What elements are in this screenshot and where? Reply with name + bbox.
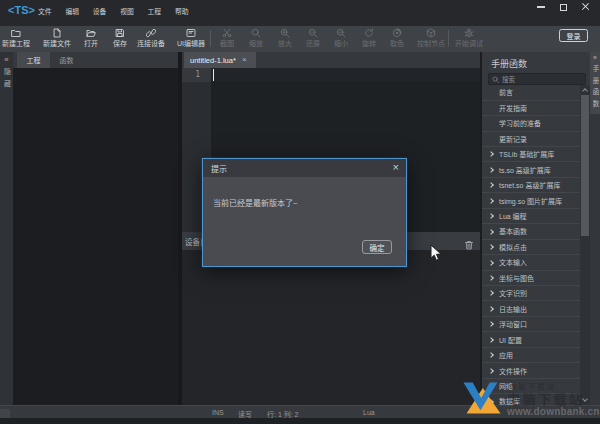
open-icon bbox=[86, 28, 96, 38]
dialog-titlebar[interactable]: 提示 × bbox=[203, 159, 406, 177]
manual-list-item[interactable]: 基本函数 bbox=[482, 224, 580, 239]
new-project-icon bbox=[11, 28, 21, 38]
manual-list-item[interactable]: 应用 bbox=[482, 348, 580, 363]
toolbar-start-debug-button[interactable]: 开始调试 bbox=[446, 27, 492, 51]
manual-sidebar: 手册函数 搜索 前言 开发指南 学习前的准备 更新记录 TSLib 基础扩展库 … bbox=[480, 52, 590, 405]
toolbar-label: 控制节点 bbox=[417, 39, 445, 49]
menu-item[interactable]: 工程 bbox=[148, 6, 162, 16]
manual-item-label: 文件操作 bbox=[499, 366, 527, 376]
toolbar: 新建工程 新建文件 打开 保存 连接设备 UI编辑器 截图 缩放 放大 还原 缩… bbox=[0, 26, 600, 52]
manual-list-item[interactable]: 文件操作 bbox=[482, 363, 580, 378]
sidebar-title: 手册函数 bbox=[491, 57, 527, 70]
manual-list-item[interactable]: 浮动窗口 bbox=[482, 317, 580, 332]
manual-list-item[interactable]: 学习前的准备 bbox=[482, 116, 580, 131]
toolbar-label: 截图 bbox=[220, 39, 234, 49]
status-readwrite: 读写 bbox=[238, 409, 252, 419]
manual-list-item[interactable]: Lua 编程 bbox=[482, 209, 580, 224]
editor-tabbar: untitled-1.lua* × bbox=[182, 52, 480, 68]
search-input[interactable]: 搜索 bbox=[488, 73, 586, 85]
manual-list-item[interactable]: 文本输入 bbox=[482, 255, 580, 270]
menu-item[interactable]: 文件 bbox=[38, 6, 52, 16]
left-collapse-rail: « 隐藏 bbox=[0, 52, 13, 405]
tab-file-untitled[interactable]: untitled-1.lua* × bbox=[184, 52, 256, 68]
right-collapse-rail: » 手册函数 bbox=[590, 52, 600, 405]
chevron-right-icon bbox=[488, 352, 494, 358]
menu-item[interactable]: 帮助 bbox=[175, 6, 189, 16]
manual-list-item[interactable]: 日志输出 bbox=[482, 302, 580, 317]
manual-item-label: 开发指南 bbox=[499, 103, 527, 113]
connect-device-icon bbox=[146, 28, 156, 38]
file-tab-close-icon[interactable]: × bbox=[242, 56, 247, 64]
save-icon bbox=[115, 28, 125, 38]
file-tab-title: untitled-1.lua* bbox=[190, 56, 236, 65]
manual-list-item[interactable]: tsimg.so 图片扩展库 bbox=[482, 193, 580, 208]
manual-list-item[interactable]: UI 配置 bbox=[482, 332, 580, 347]
minimize-button[interactable] bbox=[530, 0, 552, 14]
chevron-right-icon bbox=[488, 321, 494, 327]
console-output[interactable] bbox=[182, 250, 480, 405]
sidebar-scrollbar[interactable] bbox=[580, 85, 590, 405]
screenshot-icon bbox=[222, 28, 232, 38]
manual-list-item[interactable]: 更新记录 bbox=[482, 132, 580, 147]
manual-list-item[interactable]: tsnet.so 高级扩展库 bbox=[482, 178, 580, 193]
scrollbar-thumb[interactable] bbox=[581, 95, 589, 236]
manual-item-label: tsnet.so 高级扩展库 bbox=[499, 180, 560, 190]
manual-list-item[interactable]: 前言 bbox=[482, 85, 580, 100]
chevron-right-icon bbox=[488, 260, 494, 266]
scroll-up-icon[interactable] bbox=[582, 88, 588, 94]
ui-editor-icon bbox=[186, 28, 196, 38]
project-tree-panel[interactable] bbox=[13, 68, 178, 405]
app-logo: <TS> bbox=[8, 4, 35, 16]
update-dialog: 提示 × 当前已经是最新版本了~ 确定 bbox=[202, 158, 407, 267]
manual-list-item[interactable]: 模拟点击 bbox=[482, 240, 580, 255]
close-button[interactable] bbox=[574, 0, 596, 14]
screenshot-icon bbox=[222, 28, 232, 38]
dialog-ok-button[interactable]: 确定 bbox=[362, 240, 392, 254]
chevron-right-icon bbox=[488, 229, 494, 235]
chevron-right-icon bbox=[488, 152, 494, 158]
manual-list: 前言 开发指南 学习前的准备 更新记录 TSLib 基础扩展库 ts.so 高级… bbox=[482, 85, 580, 405]
toolbar-label: 取色 bbox=[390, 39, 404, 49]
chevron-right-icon bbox=[488, 368, 494, 374]
dialog-close-icon[interactable]: × bbox=[393, 161, 399, 174]
chevron-right-icon bbox=[488, 306, 494, 312]
status-insert-mode: INS bbox=[212, 409, 224, 416]
sidebar-vertical-tab[interactable]: » 手册函数 bbox=[590, 52, 600, 114]
new-file-icon bbox=[52, 28, 62, 38]
manual-item-label: 前言 bbox=[499, 87, 513, 97]
window-controls bbox=[530, 0, 596, 14]
start-debug-icon bbox=[464, 28, 474, 38]
line-number: 1 bbox=[195, 70, 200, 79]
manual-item-label: 学习前的准备 bbox=[499, 118, 541, 128]
menu-item[interactable]: 编辑 bbox=[65, 6, 79, 16]
collapse-right-icon[interactable]: » bbox=[590, 54, 600, 61]
manual-list-item[interactable]: TSLib 基础扩展库 bbox=[482, 147, 580, 162]
watermark-logo bbox=[462, 381, 502, 419]
manual-item-label: tsimg.so 图片扩展库 bbox=[499, 196, 562, 206]
zoom-out-icon bbox=[336, 28, 346, 38]
chevron-right-icon bbox=[488, 244, 494, 250]
manual-list-item[interactable]: 坐标与图色 bbox=[482, 271, 580, 286]
sidebar-vertical-label: 手册函数 bbox=[590, 63, 600, 109]
menu-item[interactable]: 视图 bbox=[120, 6, 134, 16]
hide-panel-label[interactable]: 隐藏 bbox=[2, 66, 12, 89]
zoom-in-icon bbox=[280, 28, 290, 38]
manual-list-item[interactable]: 文字识别 bbox=[482, 286, 580, 301]
tab-functions[interactable]: 函数 bbox=[50, 52, 83, 68]
manual-item-label: UI 配置 bbox=[499, 335, 522, 345]
maximize-button[interactable] bbox=[552, 0, 574, 14]
tab-project-label: 工程 bbox=[27, 55, 41, 65]
manual-item-label: 基本函数 bbox=[499, 226, 527, 236]
status-language: Lua bbox=[363, 409, 375, 416]
manual-list-item[interactable]: ts.so 高级扩展库 bbox=[482, 162, 580, 177]
tab-project[interactable]: 工程 bbox=[17, 52, 50, 68]
collapse-left-icon[interactable]: « bbox=[0, 55, 13, 64]
search-icon bbox=[492, 76, 499, 83]
manual-list-item[interactable]: 开发指南 bbox=[482, 101, 580, 116]
menu-item[interactable]: 设备 bbox=[93, 6, 107, 16]
menu-bar: 文件 编辑 设备 视图 工程 帮助 bbox=[38, 0, 202, 22]
login-button[interactable]: 登录 bbox=[559, 29, 588, 42]
zoom-restore-icon bbox=[308, 28, 318, 38]
new-file-icon bbox=[52, 28, 62, 38]
login-label: 登录 bbox=[567, 31, 581, 41]
